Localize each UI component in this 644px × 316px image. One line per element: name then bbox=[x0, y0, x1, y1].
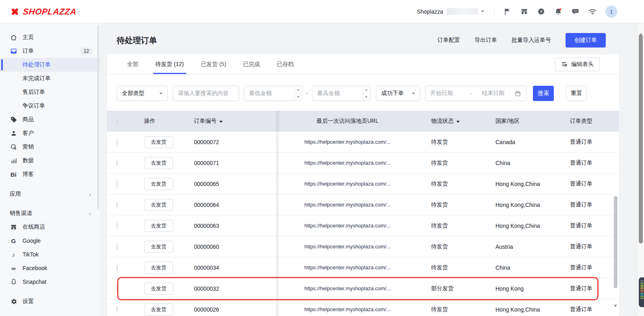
cell-country: China bbox=[485, 264, 562, 271]
cell-type: 普通订单 bbox=[562, 243, 619, 250]
sidebar-scrollbar-thumb[interactable] bbox=[97, 25, 99, 209]
search-input[interactable]: 请输入要搜索的内容 bbox=[173, 86, 239, 101]
cell-url[interactable]: https://helpcenter.myshoplaza.com/... bbox=[276, 160, 419, 166]
gear-icon bbox=[10, 298, 17, 305]
min-amount-stepper[interactable] bbox=[294, 86, 302, 101]
network-status-icon[interactable] bbox=[588, 7, 597, 16]
scroll-down-icon[interactable] bbox=[614, 307, 617, 314]
cell-url[interactable]: https://helpcenter.myshoplaza.com/... bbox=[276, 202, 419, 208]
row-checkbox[interactable] bbox=[117, 223, 118, 229]
row-checkbox[interactable] bbox=[117, 285, 118, 292]
logo-wordmark: SHOPLAZZA bbox=[23, 7, 77, 17]
cell-url[interactable]: https://helpcenter.myshoplaza.com/... bbox=[276, 181, 419, 187]
cell-url[interactable]: https://helpcenter.myshoplaza.com/... bbox=[276, 139, 419, 145]
avatar[interactable]: 1 bbox=[605, 6, 617, 18]
order-config-link[interactable]: 订单配置 bbox=[438, 37, 460, 44]
row-checkbox[interactable] bbox=[117, 181, 118, 187]
min-amount-input[interactable]: 最低金额 bbox=[244, 86, 302, 101]
fulfill-button[interactable]: 去发货 bbox=[144, 262, 173, 274]
sidebar-item-online-store[interactable]: 在线商店 bbox=[0, 220, 100, 234]
sidebar-item-analytics[interactable]: 数据 bbox=[0, 154, 100, 167]
sidebar-item-products[interactable]: 商品 bbox=[0, 113, 100, 126]
stepper-down-icon[interactable] bbox=[363, 93, 370, 101]
sidebar-item-snapchat[interactable]: Snapchat bbox=[0, 275, 100, 289]
stepper-up-icon[interactable] bbox=[295, 86, 302, 93]
sidebar-item-aftersale-orders[interactable]: 售后订单 bbox=[0, 85, 100, 99]
chevron-right-icon: › bbox=[89, 191, 91, 197]
scroll-down-icon[interactable] bbox=[639, 306, 642, 313]
cell-url[interactable]: https://helpcenter.myshoplaza.com/... bbox=[276, 306, 419, 312]
sidebar-item-marketing[interactable]: 营销 bbox=[0, 140, 100, 154]
create-order-button[interactable]: 创建订单 bbox=[566, 33, 606, 48]
row-checkbox[interactable] bbox=[117, 160, 118, 166]
column-header-logistics[interactable]: 物流状态 bbox=[419, 118, 485, 125]
row-checkbox[interactable] bbox=[117, 202, 118, 208]
flag-icon[interactable] bbox=[503, 7, 512, 16]
help-icon[interactable]: ? bbox=[537, 7, 545, 16]
page-scrollbar[interactable] bbox=[637, 23, 644, 316]
tab-0[interactable]: 全部 bbox=[127, 54, 138, 74]
sidebar-item-blog[interactable]: Bi 博客 bbox=[0, 167, 100, 181]
sidebar-item-orders[interactable]: 订单 12 bbox=[0, 44, 100, 58]
search-button[interactable]: 搜索 bbox=[533, 86, 554, 101]
fulfill-button[interactable]: 去发货 bbox=[144, 241, 173, 253]
order-type-select[interactable]: 全部类型 bbox=[117, 86, 168, 101]
tab-1-active[interactable]: 待发货 (12) bbox=[155, 54, 184, 74]
sidebar-section-apps[interactable]: 应用 › bbox=[0, 187, 100, 201]
fulfill-button[interactable]: 去发货 bbox=[144, 199, 173, 211]
export-orders-link[interactable]: 导出订单 bbox=[475, 37, 497, 44]
row-checkbox[interactable] bbox=[117, 264, 118, 271]
sidebar-item-google[interactable]: G Google bbox=[0, 234, 100, 248]
max-amount-stepper[interactable] bbox=[362, 86, 370, 101]
orders-count-badge: 12 bbox=[80, 48, 93, 55]
stepper-down-icon[interactable] bbox=[295, 93, 302, 101]
row-checkbox[interactable] bbox=[117, 306, 118, 313]
date-range-input[interactable]: 开始日期 - 结束日期 bbox=[425, 86, 526, 101]
cell-url[interactable]: https://helpcenter.myshoplaza.com/... bbox=[276, 264, 419, 271]
cell-url[interactable]: https://helpcenter.myshoplaza.com/... bbox=[276, 223, 419, 229]
sidebar-item-facebook[interactable]: ∞ Facebook bbox=[0, 261, 100, 275]
sidebar-item-customers[interactable]: 客户 bbox=[0, 126, 100, 140]
sidebar-section-sales-channels[interactable]: 销售渠道 › bbox=[0, 207, 100, 220]
sidebar-item-dispute-orders[interactable]: 争议订单 bbox=[0, 99, 100, 113]
tab-4[interactable]: 已存档 bbox=[277, 54, 294, 74]
scroll-up-icon[interactable] bbox=[639, 27, 642, 33]
sidebar-item-pending-orders[interactable]: 待处理订单 bbox=[0, 58, 100, 72]
fulfill-button[interactable]: 去发货 bbox=[144, 220, 173, 232]
store-channel-icon[interactable] bbox=[520, 7, 528, 16]
page-scrollbar-thumb[interactable] bbox=[639, 34, 643, 244]
bulk-import-tracking-link[interactable]: 批量导入运单号 bbox=[512, 37, 551, 44]
sort-caret-icon[interactable] bbox=[219, 121, 223, 123]
fulfill-button[interactable]: 去发货 bbox=[144, 283, 173, 295]
chat-icon[interactable] bbox=[571, 7, 580, 16]
edit-table-header-button[interactable]: 编辑表头 bbox=[555, 58, 600, 71]
table-scrollbar[interactable] bbox=[613, 190, 619, 314]
cell-logistics: 待发货 bbox=[419, 306, 485, 313]
cell-url[interactable]: https://helpcenter.myshoplaza.com/... bbox=[276, 285, 419, 291]
row-checkbox[interactable] bbox=[117, 139, 118, 145]
fulfill-button[interactable]: 去发货 bbox=[144, 178, 173, 190]
sidebar-item-settings[interactable]: 设置 bbox=[0, 295, 100, 308]
max-amount-input[interactable]: 最高金额 bbox=[312, 86, 370, 101]
order-time-select[interactable]: 成功下单 bbox=[376, 86, 420, 101]
sidebar-item-home[interactable]: 主页 bbox=[0, 31, 100, 44]
store-selector[interactable]: Shoplazza bbox=[417, 8, 484, 15]
fulfill-button[interactable]: 去发货 bbox=[144, 157, 173, 169]
fulfill-button[interactable]: 去发货 bbox=[144, 304, 173, 316]
sidebar-item-incomplete-orders[interactable]: 未完成订单 bbox=[0, 72, 100, 85]
reset-button[interactable]: 重置 bbox=[566, 86, 587, 101]
table-scrollbar-thumb[interactable] bbox=[614, 196, 617, 288]
row-checkbox[interactable] bbox=[117, 244, 118, 250]
sort-caret-icon[interactable] bbox=[456, 121, 460, 123]
notification-bell-icon[interactable] bbox=[554, 7, 563, 16]
tab-2[interactable]: 已发货 (5) bbox=[201, 54, 226, 74]
cell-country: Hong Kong,China bbox=[485, 306, 562, 313]
column-header-order_no[interactable]: 订单编号 bbox=[184, 118, 276, 125]
tab-3[interactable]: 已完成 bbox=[243, 54, 260, 74]
select-all-checkbox[interactable] bbox=[117, 118, 118, 124]
stepper-up-icon[interactable] bbox=[363, 86, 370, 93]
sidebar-item-tiktok[interactable]: ♪ TikTok bbox=[0, 248, 100, 261]
calendar-icon[interactable] bbox=[514, 90, 521, 97]
cell-url[interactable]: https://helpcenter.myshoplaza.com/... bbox=[276, 244, 419, 250]
fulfill-button[interactable]: 去发货 bbox=[144, 136, 173, 148]
